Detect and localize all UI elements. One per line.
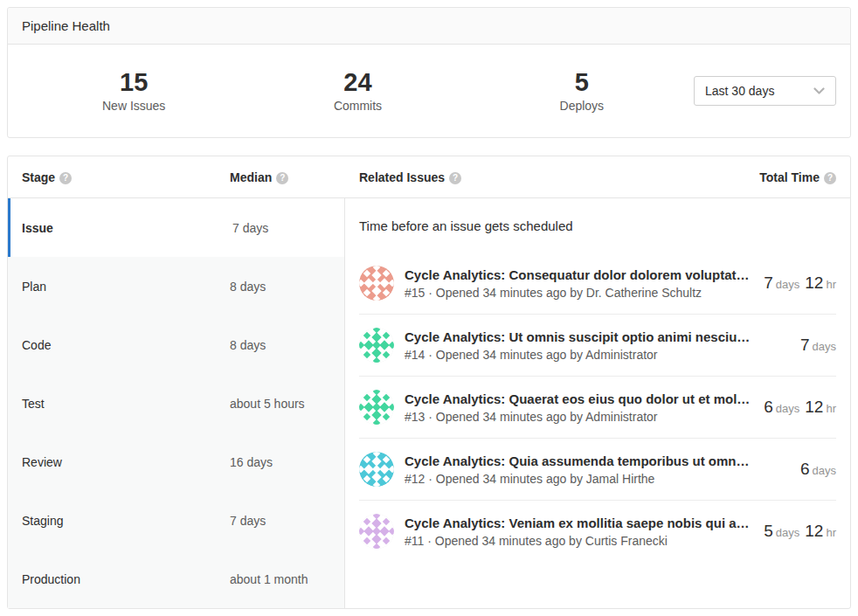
stage-row[interactable]: Issue 7 days [8,198,344,257]
stage-median: 8 days [230,338,266,352]
issue-item: Cycle Analytics: Consequatur dolor dolor… [359,253,836,314]
stage-description: Time before an issue gets scheduled [359,198,836,253]
metric-new-issues: 15 New Issues [22,69,246,114]
stage-label: Production [8,572,230,586]
issue-list: Cycle Analytics: Consequatur dolor dolor… [359,253,836,562]
issue-avatar[interactable] [359,266,394,301]
issue-item: Cycle Analytics: Ut omnis suscipit optio… [359,314,836,376]
issue-meta: #11 · Opened 34 minutes ago by Curtis Fr… [405,534,750,548]
column-header-stage: Stage? [8,170,230,184]
column-label: Stage [22,170,55,184]
stage-row[interactable]: Test about 5 hours [8,374,344,433]
metrics-group: 15 New Issues 24 Commits 5 Deploys [22,69,694,114]
metric-commits: 24 Commits [246,69,469,114]
help-icon[interactable]: ? [59,172,72,184]
issue-main: Cycle Analytics: Veniam ex mollitia saep… [405,516,750,548]
stage-label: Staging [8,514,230,528]
total-time: 6days [800,460,836,479]
issue-avatar[interactable] [359,328,394,363]
metric-label: Deploys [470,99,694,113]
help-icon[interactable]: ? [449,172,461,184]
cycle-analytics-header: Stage? Median? Related Issues? Total Tim… [8,156,850,198]
stage-median: about 1 month [230,572,308,586]
issue-avatar[interactable] [359,514,394,549]
column-header-related-issues: Related Issues? [359,170,461,184]
stage-label: Code [8,338,230,352]
stage-median: 7 days [232,221,268,235]
stage-median: 8 days [230,280,266,294]
stage-events-panel: Time before an issue gets scheduled Cycl… [345,198,850,608]
issue-title-link[interactable]: Cycle Analytics: Ut omnis suscipit optio… [405,329,786,344]
stage-label: Issue [10,221,232,235]
panel-title: Pipeline Health [8,8,850,45]
column-header-total-time: Total Time? [759,170,836,184]
date-range-value: Last 30 days [705,84,774,98]
issue-avatar[interactable] [359,452,394,487]
metric-label: Commits [246,99,469,113]
help-icon[interactable]: ? [824,172,836,184]
cycle-analytics-body: Issue 7 days Plan 8 days Code 8 days Tes… [8,198,850,608]
issue-main: Cycle Analytics: Quaerat eos eius quo do… [405,391,750,424]
metric-label: New Issues [22,99,246,113]
issue-main: Cycle Analytics: Ut omnis suscipit optio… [405,329,786,362]
issue-meta: #12 · Opened 34 minutes ago by Jamal Hir… [405,472,786,486]
total-time: 5days12hr [764,522,836,541]
total-time: 6days12hr [764,398,836,417]
issue-meta: #13 · Opened 34 minutes ago by Administr… [405,410,750,424]
chevron-down-icon [813,84,825,98]
header-right: Related Issues? Total Time? [345,170,850,184]
column-header-median: Median? [230,170,288,184]
issue-main: Cycle Analytics: Consequatur dolor dolor… [405,267,750,300]
column-label: Median [230,170,272,184]
total-time: 7days12hr [764,273,836,293]
stage-row[interactable]: Staging 7 days [8,491,344,550]
cycle-analytics-panel: Stage? Median? Related Issues? Total Tim… [7,156,851,609]
metric-value: 15 [22,69,246,97]
stage-row[interactable]: Review 16 days [8,433,344,491]
header-left: Stage? Median? [8,170,345,184]
total-time: 7days [800,336,836,355]
stage-median: 16 days [230,455,273,469]
issue-title-link[interactable]: Cycle Analytics: Consequatur dolor dolor… [405,267,750,282]
stage-nav: Issue 7 days Plan 8 days Code 8 days Tes… [8,198,345,608]
issue-item: Cycle Analytics: Veniam ex mollitia saep… [359,500,836,562]
stage-row[interactable]: Production about 1 month [8,550,344,608]
stage-row[interactable]: Code 8 days [8,315,344,374]
column-label: Related Issues [359,170,445,184]
issue-meta: #15 · Opened 34 minutes ago by Dr. Cathe… [405,286,750,300]
issue-item: Cycle Analytics: Quia assumenda temporib… [359,438,836,500]
help-icon[interactable]: ? [276,172,288,184]
pipeline-health-panel: Pipeline Health 15 New Issues 24 Commits… [7,7,851,138]
stage-median: about 5 hours [230,397,305,411]
issue-title-link[interactable]: Cycle Analytics: Quia assumenda temporib… [405,453,786,468]
issue-item: Cycle Analytics: Quaerat eos eius quo do… [359,376,836,438]
column-label: Total Time [759,170,820,184]
metric-value: 5 [470,69,694,97]
metric-value: 24 [246,69,469,97]
stage-label: Test [8,397,230,411]
stage-label: Plan [8,280,230,294]
issue-title-link[interactable]: Cycle Analytics: Quaerat eos eius quo do… [405,391,750,406]
issue-meta: #14 · Opened 34 minutes ago by Administr… [405,348,786,362]
metric-deploys: 5 Deploys [470,69,694,114]
stage-label: Review [8,455,230,469]
issue-avatar[interactable] [359,390,394,425]
issue-title-link[interactable]: Cycle Analytics: Veniam ex mollitia saep… [405,516,750,530]
date-range-select[interactable]: Last 30 days [694,76,836,106]
metrics-row: 15 New Issues 24 Commits 5 Deploys Last … [8,45,850,137]
stage-median: 7 days [230,514,266,528]
issue-main: Cycle Analytics: Quia assumenda temporib… [405,453,786,486]
stage-row[interactable]: Plan 8 days [8,257,344,315]
